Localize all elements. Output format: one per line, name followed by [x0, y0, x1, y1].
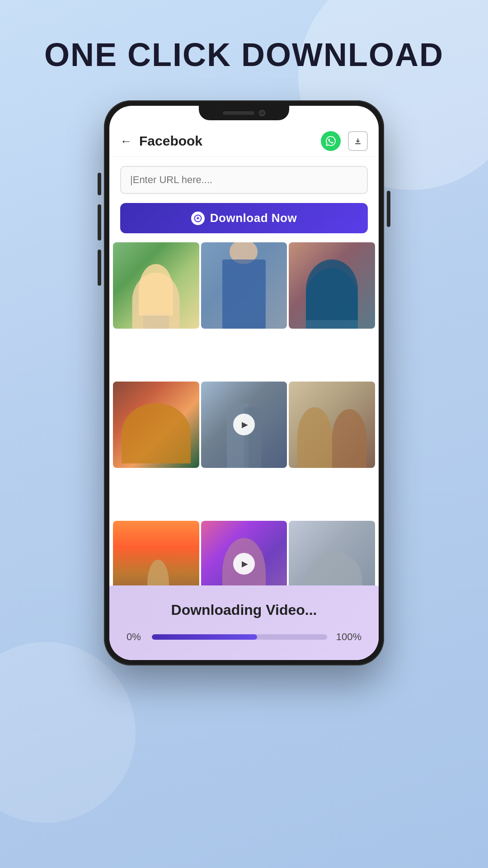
app-title: Facebook — [139, 133, 314, 149]
whatsapp-icon[interactable] — [321, 131, 341, 151]
bg-decoration-bottom — [0, 642, 136, 823]
notch-speaker — [223, 111, 254, 115]
photo-item-1[interactable] — [113, 242, 199, 329]
progress-bar-background — [152, 634, 327, 640]
photo-item-6[interactable] — [289, 382, 375, 468]
url-input[interactable] — [120, 166, 368, 194]
photo-item-4[interactable] — [113, 382, 199, 468]
download-button-label: Download Now — [210, 211, 297, 225]
phone-frame: ← Facebook — [104, 100, 384, 665]
volume-down-button — [98, 250, 101, 286]
progress-bar-fill — [152, 634, 257, 640]
photo-item-2[interactable] — [201, 242, 287, 329]
download-now-button[interactable]: Download Now — [120, 203, 368, 233]
app-header: ← Facebook — [109, 124, 379, 157]
progress-label-end: 100% — [334, 631, 361, 643]
photo-item-5[interactable] — [201, 382, 287, 468]
progress-label-start: 0% — [127, 631, 145, 643]
page-title: ONE CLICK DOWNLOAD — [44, 36, 444, 73]
progress-row: 0% 100% — [127, 631, 361, 643]
url-section — [109, 157, 379, 199]
popup-title: Downloading Video... — [127, 602, 361, 618]
power-button — [387, 191, 390, 227]
volume-up-button — [98, 204, 101, 241]
phone-screen: ← Facebook — [109, 106, 379, 660]
play-button-5[interactable] — [233, 414, 255, 435]
download-history-icon[interactable] — [348, 131, 368, 151]
photo-item-3[interactable] — [289, 242, 375, 329]
phone-notch — [199, 106, 289, 120]
screen-content: ← Facebook — [109, 106, 379, 660]
play-button-8[interactable] — [233, 553, 255, 575]
back-button[interactable]: ← — [120, 134, 132, 148]
notch-camera — [259, 110, 265, 116]
download-btn-icon — [191, 212, 205, 225]
download-popup: Downloading Video... 0% 100% — [109, 585, 379, 660]
mute-button — [98, 173, 101, 195]
